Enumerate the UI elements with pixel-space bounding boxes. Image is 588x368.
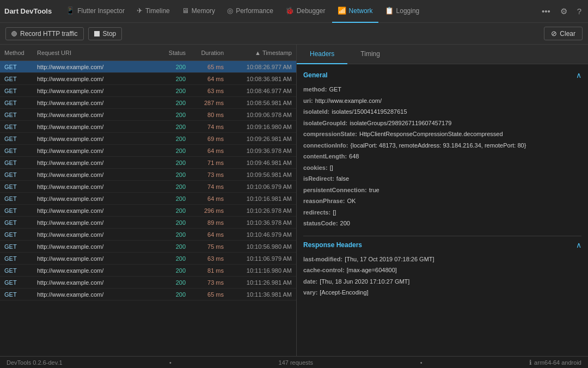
nav-tab-flutter-inspector[interactable]: 📱 Flutter Inspector	[60, 0, 130, 23]
cell-method: GET	[0, 136, 33, 142]
cell-duration: 73 ms	[190, 279, 228, 286]
nav-tab-memory-label: Memory	[192, 7, 215, 15]
table-row[interactable]: GET http://www.example.com/ 200 74 ms 10…	[0, 121, 296, 133]
cell-status: 200	[157, 112, 190, 118]
response-headers-section-header[interactable]: Response Headers ∧	[303, 238, 581, 252]
cell-uri: http://www.example.com/	[33, 124, 157, 130]
table-row[interactable]: GET http://www.example.com/ 200 75 ms 10…	[0, 241, 296, 253]
detail-key: cookies:	[303, 163, 328, 173]
cell-duration: 64 ms	[190, 195, 228, 202]
cell-status: 200	[157, 160, 190, 166]
col-header-status[interactable]: Status	[157, 50, 190, 56]
nav-tab-network[interactable]: 📶 Network	[332, 0, 378, 23]
tab-headers[interactable]: Headers	[297, 45, 347, 64]
cell-status: 200	[157, 195, 190, 202]
clear-button[interactable]: ⊘ Clear	[544, 27, 583, 40]
detail-key: isolateId:	[303, 107, 329, 116]
cell-timestamp: 10:09:16.980 AM	[228, 124, 296, 130]
help-icon[interactable]: ?	[575, 4, 584, 18]
cell-timestamp: 10:09:56.981 AM	[228, 171, 296, 178]
nav-tab-debugger[interactable]: 🐞 Debugger	[280, 0, 331, 23]
detail-val: http://www.example.com/	[315, 96, 382, 106]
table-row[interactable]: GET http://www.example.com/ 200 296 ms 1…	[0, 205, 296, 217]
cell-duration: 81 ms	[190, 267, 228, 274]
col-header-timestamp[interactable]: ▲ Timestamp	[228, 50, 296, 56]
nav-tab-logging[interactable]: 📋 Logging	[379, 0, 425, 23]
col-header-duration[interactable]: Duration	[190, 50, 228, 56]
cell-duration: 65 ms	[190, 64, 228, 70]
table-row[interactable]: GET http://www.example.com/ 200 64 ms 10…	[0, 145, 296, 157]
cell-uri: http://www.example.com/	[33, 279, 157, 286]
nav-tab-memory[interactable]: 🖥 Memory	[176, 0, 220, 23]
detail-content: General ∧ method:GETuri:http://www.examp…	[297, 64, 588, 356]
cell-method: GET	[0, 183, 33, 190]
network-icon: 📶	[338, 7, 346, 15]
cell-uri: http://www.example.com/	[33, 171, 157, 178]
table-row[interactable]: GET http://www.example.com/ 200 64 ms 10…	[0, 229, 296, 241]
detail-field-row: uri:http://www.example.com/	[303, 95, 581, 107]
table-row[interactable]: GET http://www.example.com/ 200 81 ms 10…	[0, 265, 296, 277]
cell-timestamp: 10:10:46.979 AM	[228, 231, 296, 238]
cell-duration: 71 ms	[190, 160, 228, 166]
col-header-method[interactable]: Method	[0, 50, 33, 56]
cell-timestamp: 10:08:46.977 AM	[228, 88, 296, 94]
table-row[interactable]: GET http://www.example.com/ 200 64 ms 10…	[0, 193, 296, 205]
detail-field-row: method:GET	[303, 84, 581, 95]
detail-panel: Headers Timing General ∧ method:GETuri:h…	[297, 45, 588, 356]
table-row[interactable]: GET http://www.example.com/ 200 63 ms 10…	[0, 253, 296, 265]
cell-duration: 64 ms	[190, 231, 228, 238]
cell-uri: http://www.example.com/	[33, 243, 157, 250]
table-row[interactable]: GET http://www.example.com/ 200 287 ms 1…	[0, 97, 296, 109]
requests-panel: Method Request URI Status Duration ▲ Tim…	[0, 45, 297, 356]
cell-method: GET	[0, 195, 33, 202]
detail-val: [Thu, 17 Oct 2019 07:18:26 GMT]	[345, 255, 434, 264]
general-section-header[interactable]: General ∧	[303, 69, 581, 82]
cell-method: GET	[0, 255, 33, 262]
table-row[interactable]: GET http://www.example.com/ 200 63 ms 10…	[0, 85, 296, 97]
cell-uri: http://www.example.com/	[33, 112, 157, 118]
table-row[interactable]: GET http://www.example.com/ 200 73 ms 10…	[0, 169, 296, 181]
table-row[interactable]: GET http://www.example.com/ 200 71 ms 10…	[0, 157, 296, 169]
performance-icon: ◎	[227, 7, 233, 15]
nav-tab-logging-label: Logging	[396, 7, 420, 15]
status-requests: 147 requests	[279, 359, 314, 366]
cell-duration: 69 ms	[190, 136, 228, 142]
table-row[interactable]: GET http://www.example.com/ 200 64 ms 10…	[0, 73, 296, 85]
detail-key: isRedirect:	[303, 174, 334, 183]
response-headers-section-body: last-modified:[Thu, 17 Oct 2019 07:18:26…	[303, 252, 581, 300]
devtools-version: DevTools 0.2.6-dev.1	[7, 359, 63, 366]
detail-val: true	[369, 186, 379, 195]
cell-uri: http://www.example.com/	[33, 148, 157, 154]
debugger-icon: 🐞	[285, 7, 294, 15]
table-row[interactable]: GET http://www.example.com/ 200 74 ms 10…	[0, 181, 296, 193]
table-row[interactable]: GET http://www.example.com/ 200 89 ms 10…	[0, 217, 296, 229]
detail-key: method:	[303, 85, 327, 94]
detail-val: HttpClientResponseCompressionState.decom…	[359, 130, 503, 139]
cell-status: 200	[157, 231, 190, 238]
cell-status: 200	[157, 148, 190, 154]
record-traffic-button[interactable]: Record HTTP traffic	[5, 27, 84, 40]
table-row[interactable]: GET http://www.example.com/ 200 73 ms 10…	[0, 277, 296, 289]
col-header-request-uri[interactable]: Request URI	[33, 50, 157, 56]
cell-status: 200	[157, 207, 190, 214]
flutter-inspector-icon: 📱	[66, 7, 75, 15]
stop-button[interactable]: Stop	[88, 27, 122, 40]
table-row[interactable]: GET http://www.example.com/ 200 69 ms 10…	[0, 133, 296, 145]
cell-method: GET	[0, 279, 33, 286]
cell-timestamp: 10:10:56.980 AM	[228, 243, 296, 250]
table-row[interactable]: GET http://www.example.com/ 200 65 ms 10…	[0, 61, 296, 73]
detail-field-row: last-modified:[Thu, 17 Oct 2019 07:18:26…	[303, 254, 581, 265]
cell-method: GET	[0, 219, 33, 226]
more-options-icon[interactable]: •••	[540, 4, 553, 18]
table-row[interactable]: GET http://www.example.com/ 200 65 ms 10…	[0, 289, 296, 300]
table-row[interactable]: GET http://www.example.com/ 200 80 ms 10…	[0, 109, 296, 121]
toolbar: Record HTTP traffic Stop ⊘ Clear	[0, 23, 588, 45]
info-icon: ℹ	[529, 359, 532, 366]
nav-tab-timeline[interactable]: ✈ Timeline	[131, 0, 175, 23]
detail-tabs: Headers Timing	[297, 45, 588, 64]
tab-timing[interactable]: Timing	[347, 45, 393, 64]
nav-tab-performance[interactable]: ◎ Performance	[222, 0, 279, 23]
detail-field-row: redirects:[]	[303, 207, 581, 218]
settings-icon[interactable]: ⚙	[558, 4, 569, 19]
detail-field-row: isolateId:isolates/1500414195287615	[303, 106, 581, 118]
